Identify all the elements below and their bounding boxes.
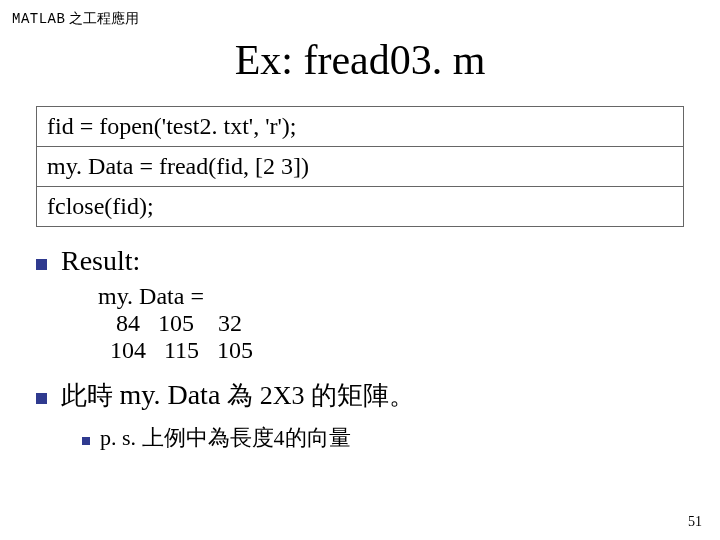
result-label: Result: <box>61 245 140 277</box>
result-output: my. Data = 84 105 32 104 115 105 <box>98 283 720 364</box>
header-matlab: MATLAB <box>12 11 65 27</box>
slide-header: MATLAB 之工程應用 <box>0 0 720 28</box>
square-bullet-icon <box>36 259 47 270</box>
result-line-2: 104 115 105 <box>98 337 720 364</box>
slide-title: Ex: fread03. m <box>0 36 720 84</box>
code-line-3: fclose(fid); <box>37 187 683 226</box>
code-line-1: fid = fopen('test2. txt', 'r'); <box>37 107 683 147</box>
square-bullet-icon <box>82 437 90 445</box>
page-number: 51 <box>688 514 702 530</box>
code-box: fid = fopen('test2. txt', 'r'); my. Data… <box>36 106 684 227</box>
header-tail: 之工程應用 <box>69 11 139 26</box>
code-line-2: my. Data = fread(fid, [2 3]) <box>37 147 683 187</box>
subpoint-row: p. s. 上例中為長度4的向量 <box>82 423 720 453</box>
subpoint-tail: 上例中為長度4的向量 <box>142 425 351 450</box>
result-line-1: 84 105 32 <box>98 310 720 337</box>
conclusion-latin: my. Data <box>120 379 228 410</box>
conclusion-text: 此時 my. Data 為 2X3 的矩陣。 <box>61 378 415 413</box>
conclusion-row: 此時 my. Data 為 2X3 的矩陣。 <box>36 378 720 413</box>
square-bullet-icon <box>36 393 47 404</box>
result-heading-row: Result: <box>36 245 720 277</box>
conclusion-post: 為 2X3 的矩陣。 <box>227 381 415 410</box>
subpoint-text: p. s. 上例中為長度4的向量 <box>100 423 351 453</box>
result-line-0: my. Data = <box>98 283 720 310</box>
subpoint-ps: p. s. <box>100 425 142 450</box>
conclusion-pre: 此時 <box>61 381 120 410</box>
